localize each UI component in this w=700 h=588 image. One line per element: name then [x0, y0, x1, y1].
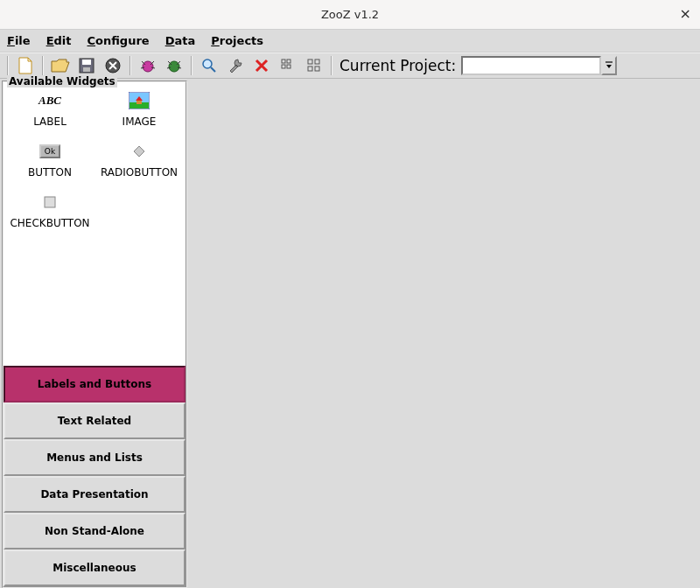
- close-circle-icon: [105, 58, 121, 74]
- bug-pink-icon: [139, 58, 157, 74]
- toolbar-separator: [7, 56, 9, 75]
- grid-small-button[interactable]: [276, 55, 299, 76]
- svg-line-17: [211, 67, 215, 72]
- widget-label-text: RADIOBUTTON: [101, 166, 178, 178]
- grid-large-icon: [307, 59, 321, 73]
- menu-file[interactable]: File: [5, 32, 32, 49]
- svg-marker-27: [606, 65, 612, 68]
- svg-rect-20: [282, 65, 285, 68]
- chevron-down-icon: [605, 61, 613, 70]
- red-x-icon: [255, 59, 269, 73]
- diamond-icon: [128, 142, 150, 161]
- svg-rect-18: [282, 60, 285, 63]
- design-canvas[interactable]: [187, 79, 700, 588]
- open-button[interactable]: [49, 55, 72, 76]
- open-folder-icon: [51, 58, 70, 74]
- svg-rect-34: [45, 197, 55, 207]
- wrench-icon: [228, 58, 243, 74]
- menu-projects[interactable]: Projects: [209, 32, 265, 49]
- widget-palette: ABC LABEL IMAGE Ok BUTTON RADIOBUTTON: [4, 82, 186, 366]
- new-file-button[interactable]: [14, 55, 37, 76]
- debug1-button[interactable]: [136, 55, 159, 76]
- ok-button-icon: Ok: [38, 142, 61, 161]
- bug-green-icon: [165, 58, 183, 74]
- configure-button[interactable]: [224, 55, 247, 76]
- titlebar: ZooZ v1.2 ×: [0, 0, 700, 30]
- widget-checkbutton[interactable]: CHECKBUTTON: [5, 192, 94, 243]
- category-text-related[interactable]: Text Related: [4, 402, 186, 439]
- svg-point-16: [203, 60, 212, 68]
- widget-label-text: IMAGE: [122, 116, 157, 128]
- grid-large-button[interactable]: [303, 55, 326, 76]
- category-data-presentation[interactable]: Data Presentation: [4, 476, 186, 513]
- category-miscellaneous[interactable]: Miscellaneous: [4, 550, 186, 586]
- available-widgets-panel: Available Widgets ABC LABEL IMAGE Ok BUT…: [2, 80, 187, 588]
- svg-rect-25: [315, 66, 319, 71]
- svg-marker-33: [134, 146, 144, 157]
- save-icon: [79, 58, 94, 74]
- menubar: File Edit Configure Data Projects: [0, 30, 700, 52]
- window-close-icon[interactable]: ×: [680, 7, 691, 21]
- current-project-dropdown[interactable]: [601, 56, 617, 75]
- window-title: ZooZ v1.2: [321, 8, 379, 21]
- widget-label[interactable]: ABC LABEL: [5, 91, 94, 142]
- widget-label-text: LABEL: [33, 116, 66, 128]
- save-button[interactable]: [75, 55, 98, 76]
- svg-rect-24: [308, 66, 312, 71]
- zoom-button[interactable]: [198, 55, 220, 76]
- svg-rect-4: [83, 67, 90, 72]
- category-labels-and-buttons[interactable]: Labels and Buttons: [4, 366, 186, 402]
- category-non-stand-alone[interactable]: Non Stand-Alone: [4, 513, 186, 550]
- available-widgets-title: Available Widgets: [7, 75, 117, 88]
- magnifier-icon: [201, 58, 217, 74]
- category-menus-and-lists[interactable]: Menus and Lists: [4, 439, 186, 476]
- abc-icon: ABC: [38, 91, 61, 110]
- svg-rect-3: [82, 60, 91, 65]
- widget-button[interactable]: Ok BUTTON: [5, 142, 94, 192]
- svg-point-11: [169, 61, 179, 72]
- delete-button[interactable]: [250, 55, 273, 76]
- toolbar-separator: [191, 56, 192, 75]
- main-body: Available Widgets ABC LABEL IMAGE Ok BUT…: [0, 79, 700, 588]
- widget-label-text: BUTTON: [28, 166, 72, 178]
- widget-label-text: CHECKBUTTON: [10, 217, 89, 229]
- category-list: Labels and Buttons Text Related Menus an…: [4, 366, 186, 586]
- svg-marker-1: [28, 58, 32, 61]
- widget-image[interactable]: IMAGE: [94, 91, 184, 142]
- menu-data[interactable]: Data: [164, 32, 198, 49]
- svg-rect-22: [308, 60, 312, 64]
- close-project-button[interactable]: [102, 55, 124, 76]
- new-file-icon: [18, 57, 33, 74]
- grid-small-icon: [281, 59, 295, 73]
- checkbox-icon: [38, 192, 61, 212]
- widget-radiobutton[interactable]: RADIOBUTTON: [94, 142, 184, 192]
- svg-rect-21: [287, 65, 290, 68]
- svg-point-6: [143, 61, 153, 72]
- svg-rect-32: [136, 101, 142, 104]
- house-image-icon: [128, 91, 150, 110]
- debug2-button[interactable]: [163, 55, 186, 76]
- toolbar-separator: [331, 56, 332, 75]
- svg-rect-19: [287, 60, 290, 63]
- menu-edit[interactable]: Edit: [45, 32, 74, 49]
- svg-rect-23: [315, 60, 319, 64]
- toolbar-separator: [130, 56, 131, 75]
- current-project-field[interactable]: [461, 56, 601, 75]
- menu-configure[interactable]: Configure: [86, 32, 151, 49]
- toolbar-separator: [42, 56, 44, 75]
- current-project-label: Current Project:: [340, 57, 456, 74]
